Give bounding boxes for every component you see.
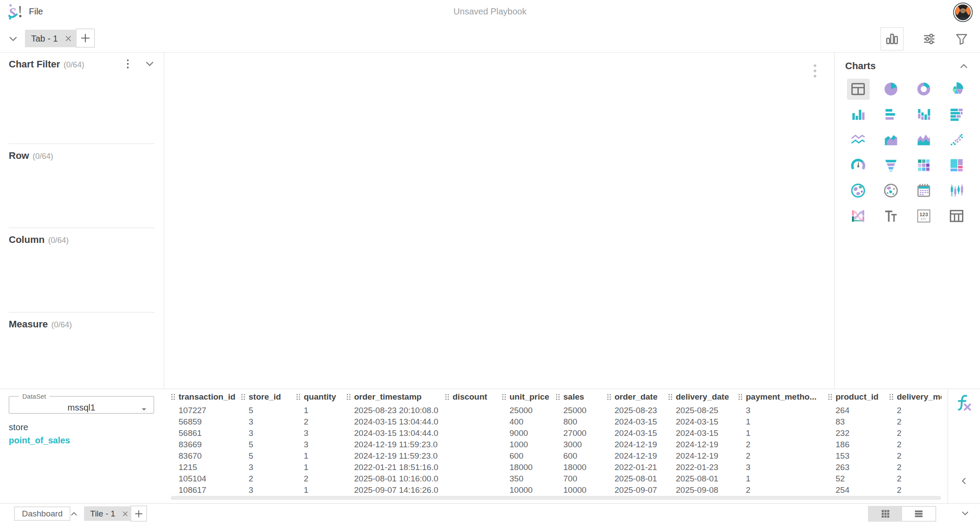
tab-1-close-icon[interactable] [64, 34, 73, 43]
dataset-table-point-of-sales[interactable]: point_of_sales [9, 435, 70, 446]
table-row[interactable]: 83670512024-12-19 11:59:23.06006002024-1… [171, 450, 948, 462]
drag-handle-icon[interactable] [171, 393, 176, 400]
column-header-order_timestamp[interactable]: order_timestamp [346, 392, 445, 402]
fx-sidebar [948, 389, 980, 504]
chart-type-area[interactable] [875, 129, 907, 151]
chart-type-gauge[interactable] [842, 154, 875, 176]
column-header-delivery_date[interactable]: delivery_date [668, 392, 738, 402]
drag-handle-icon[interactable] [555, 393, 560, 400]
chart-type-table[interactable] [842, 78, 875, 100]
list-view-button[interactable] [902, 507, 935, 521]
column-header-unit_price[interactable]: unit_price [502, 392, 555, 402]
table-cell: 2022-01-21 [607, 463, 668, 472]
chart-type-text[interactable] [875, 205, 907, 227]
column-header-product_id[interactable]: product_id [828, 392, 889, 402]
grid-view-button[interactable] [869, 507, 902, 521]
chart-type-stacked-column[interactable] [907, 103, 940, 126]
chart-type-pie[interactable] [875, 78, 907, 100]
chart-type-line[interactable] [842, 129, 875, 151]
drag-handle-icon[interactable] [828, 393, 832, 400]
column-header-transaction_id[interactable]: transaction_id [171, 392, 241, 402]
chart-type-column[interactable] [842, 103, 875, 126]
settings-sliders-icon[interactable] [921, 31, 937, 47]
row-label: Row [9, 150, 29, 161]
column-header-quantity[interactable]: quantity [296, 392, 346, 402]
user-avatar[interactable] [953, 2, 973, 22]
table-horizontal-scrollbar[interactable] [171, 496, 941, 500]
add-tab-button[interactable] [76, 28, 95, 48]
add-tile-button[interactable] [130, 505, 147, 522]
tiles-chevron-up-icon[interactable] [69, 509, 79, 519]
table-row[interactable]: 83669532024-12-19 11:59:23.0100030002024… [171, 439, 948, 450]
drag-handle-icon[interactable] [296, 393, 301, 400]
table-row[interactable]: 56859322024-03-15 13:04:44.04008002024-0… [171, 416, 948, 428]
column-header-label: order_timestamp [354, 392, 422, 402]
table-view-toggle [868, 506, 936, 522]
column-header-payment_metho[interactable]: payment_metho... [738, 392, 828, 402]
tabs-chevron-down-icon[interactable] [7, 33, 19, 45]
chart-type-scatter[interactable] [940, 129, 973, 151]
column-header-store_id[interactable]: store_id [241, 392, 296, 402]
drag-handle-icon[interactable] [346, 393, 351, 400]
tile-1-tab[interactable]: Tile - 1 [84, 506, 135, 521]
table-cell: 400 [502, 417, 555, 427]
column-header-label: product_id [836, 392, 878, 402]
chart-filter-shelf[interactable]: Chart Filter (0/64) [0, 53, 164, 144]
measure-shelf[interactable]: Measure (0/64) [9, 312, 155, 388]
drag-handle-icon[interactable] [607, 393, 611, 400]
collapse-data-panel-chevron-down-icon[interactable] [960, 508, 970, 519]
dashboard-button[interactable]: Dashboard [14, 506, 70, 521]
tab-1[interactable]: Tab - 1 [25, 30, 79, 47]
column-header-delivery_mo[interactable]: delivery_mo [889, 392, 941, 402]
table-cell: 2 [738, 485, 828, 495]
chart-type-heatmap[interactable] [907, 154, 940, 176]
formula-fx-icon[interactable] [954, 393, 974, 414]
chart-filter-label: Chart Filter [9, 59, 60, 70]
chart-type-chord[interactable] [842, 205, 875, 227]
chart-type-funnel[interactable] [875, 154, 907, 176]
column-header-order_date[interactable]: order_date [607, 392, 668, 402]
drag-handle-icon[interactable] [668, 393, 673, 400]
dataset-select[interactable]: DataSet mssql1 [9, 393, 154, 414]
table-cell: 3 [241, 428, 296, 438]
table-row[interactable]: 108617312025-09-07 14:16:26.010000100002… [171, 484, 948, 496]
chart-type-donut[interactable] [907, 78, 940, 100]
filter-funnel-icon[interactable] [955, 32, 969, 46]
canvas-kebab-icon[interactable] [811, 62, 818, 80]
chart-filter-kebab-icon[interactable] [122, 58, 134, 70]
drag-handle-icon[interactable] [445, 393, 450, 400]
drag-handle-icon[interactable] [241, 393, 246, 400]
chart-canvas[interactable] [165, 53, 834, 389]
geo-map-chart-icon [883, 183, 899, 199]
tile-1-close-icon[interactable] [121, 510, 129, 518]
drag-handle-icon[interactable] [502, 393, 506, 400]
chart-type-geo-map[interactable] [875, 179, 907, 202]
drag-handle-icon[interactable] [889, 393, 894, 400]
chart-type-stacked-area[interactable] [907, 129, 940, 151]
table-row[interactable]: 56861332024-03-15 13:04:44.0900027000202… [171, 428, 948, 439]
chart-type-rose[interactable] [940, 78, 973, 100]
chart-type-treemap[interactable] [940, 154, 973, 176]
chart-type-calendar[interactable] [907, 179, 940, 202]
column-header-discount[interactable]: discount [445, 392, 502, 402]
column-header-sales[interactable]: sales [555, 392, 607, 402]
chart-type-pivot-table[interactable] [940, 205, 973, 227]
chart-type-bar[interactable] [875, 103, 907, 126]
collapse-panel-chevron-left-icon[interactable] [959, 476, 969, 486]
chart-type-stacked-bar[interactable] [940, 103, 973, 126]
chart-mode-button[interactable] [880, 27, 904, 51]
table-row[interactable]: 1215312022-01-21 18:51:16.01800018000202… [171, 462, 948, 473]
chart-type-kpi[interactable]: 123 KPI [907, 205, 940, 227]
chart-type-candlestick[interactable] [940, 179, 973, 202]
dataset-table-store[interactable]: store [9, 422, 28, 432]
chart-type-map[interactable] [842, 179, 875, 202]
chart-filter-chevron-down-icon[interactable] [144, 58, 156, 70]
column-shelf[interactable]: Column (0/64) [9, 228, 155, 312]
drag-handle-icon[interactable] [738, 393, 743, 400]
table-row[interactable]: 107227512025-08-23 20:10:08.025000250002… [171, 405, 948, 416]
row-shelf[interactable]: Row (0/64) [9, 144, 155, 228]
charts-collapse-chevron-up-icon[interactable] [958, 60, 969, 72]
table-cell: 3 [241, 485, 296, 495]
dataset-caret-icon[interactable] [141, 406, 148, 413]
table-row[interactable]: 105104222025-08-01 10:16:00.03507002025-… [171, 473, 948, 484]
